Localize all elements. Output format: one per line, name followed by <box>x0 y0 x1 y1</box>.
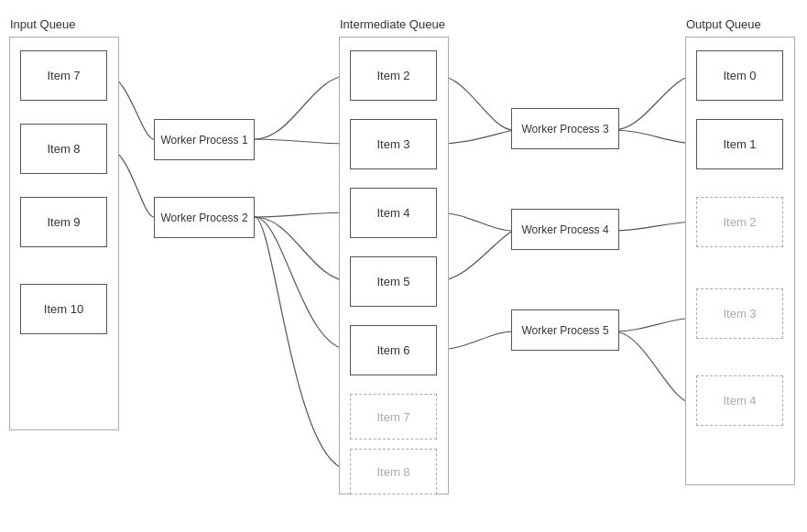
worker-process-1: Worker Process 1 <box>154 119 255 160</box>
input-item-9: Item 9 <box>20 197 107 247</box>
out-item-0: Item 0 <box>696 50 783 101</box>
intermediate-queue-label: Intermediate Queue <box>340 17 445 31</box>
out-item-2-dashed: Item 2 <box>696 197 783 247</box>
mid-item-8-dashed: Item 8 <box>350 449 437 494</box>
out-item-3-dashed: Item 3 <box>696 288 783 339</box>
input-item-10: Item 10 <box>20 284 107 334</box>
mid-item-6: Item 6 <box>350 325 437 375</box>
diagram: Input Queue Item 7 Item 8 Item 9 Item 10… <box>0 0 807 532</box>
mid-item-5: Item 5 <box>350 256 437 307</box>
output-queue-label: Output Queue <box>686 17 761 31</box>
input-item-8: Item 8 <box>20 124 107 174</box>
mid-item-7-dashed: Item 7 <box>350 394 437 440</box>
mid-item-2: Item 2 <box>350 50 437 101</box>
worker-process-2: Worker Process 2 <box>154 197 255 238</box>
out-item-4-dashed: Item 4 <box>696 375 783 426</box>
mid-item-4: Item 4 <box>350 188 437 238</box>
mid-item-3: Item 3 <box>350 119 437 169</box>
input-queue-label: Input Queue <box>10 17 76 31</box>
worker-process-5: Worker Process 5 <box>511 309 619 351</box>
worker-process-3: Worker Process 3 <box>511 108 619 149</box>
out-item-1: Item 1 <box>696 119 783 169</box>
input-item-7: Item 7 <box>20 50 107 101</box>
worker-process-4: Worker Process 4 <box>511 209 619 250</box>
